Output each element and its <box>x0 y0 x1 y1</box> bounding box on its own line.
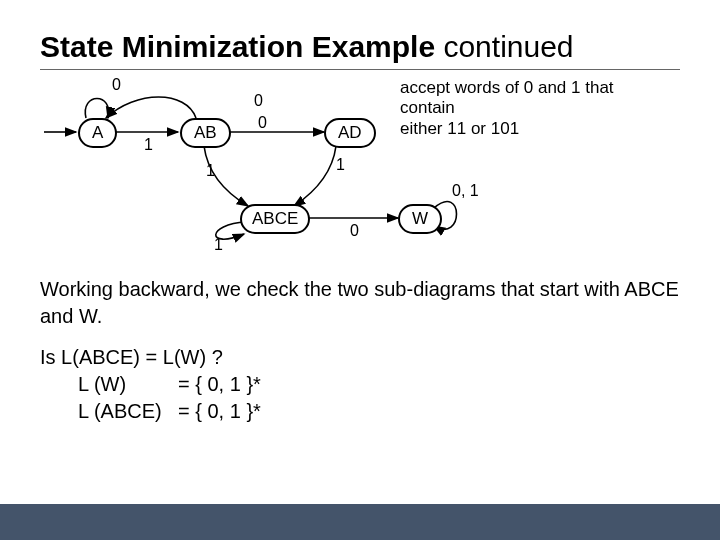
eq-lw-lhs: L (W) <box>78 371 178 398</box>
eq-labce-rhs: = { 0, 1 }* <box>178 398 261 425</box>
title-continued: continued <box>435 30 573 63</box>
edge-w-self-01: 0, 1 <box>452 182 479 200</box>
state-A: A <box>78 118 117 148</box>
edge-abce-self-1: 1 <box>214 236 223 254</box>
edge-ab-top-0: 0 <box>254 92 263 110</box>
eq-lw-rhs: = { 0, 1 }* <box>178 371 261 398</box>
edge-a-ab-1: 1 <box>144 136 153 154</box>
question-line: Is L(ABCE) = L(W) ? <box>40 344 680 371</box>
edge-ad-abce-1: 1 <box>336 156 345 174</box>
diagram-arrows <box>36 84 636 264</box>
eq-lw: L (W) = { 0, 1 }* <box>78 371 680 398</box>
state-ABCE: ABCE <box>240 204 310 234</box>
edge-abce-w-0: 0 <box>350 222 359 240</box>
question-block: Is L(ABCE) = L(W) ? L (W) = { 0, 1 }* L … <box>40 344 680 425</box>
edge-a-self-0: 0 <box>112 76 121 94</box>
edge-ab-abce-1: 1 <box>206 162 215 180</box>
edge-ab-ad-0: 0 <box>258 114 267 132</box>
title-block: State Minimization Example continued <box>40 30 680 70</box>
title-main: State Minimization Example <box>40 30 435 63</box>
eq-labce: L (ABCE) = { 0, 1 }* <box>78 398 680 425</box>
footer-band <box>0 504 720 540</box>
body-paragraph: Working backward, we check the two sub-d… <box>40 276 680 330</box>
state-diagram: accept words of 0 and 1 that contain eit… <box>36 84 636 264</box>
eq-labce-lhs: L (ABCE) <box>78 398 178 425</box>
state-W: W <box>398 204 442 234</box>
state-AD: AD <box>324 118 376 148</box>
state-AB: AB <box>180 118 231 148</box>
